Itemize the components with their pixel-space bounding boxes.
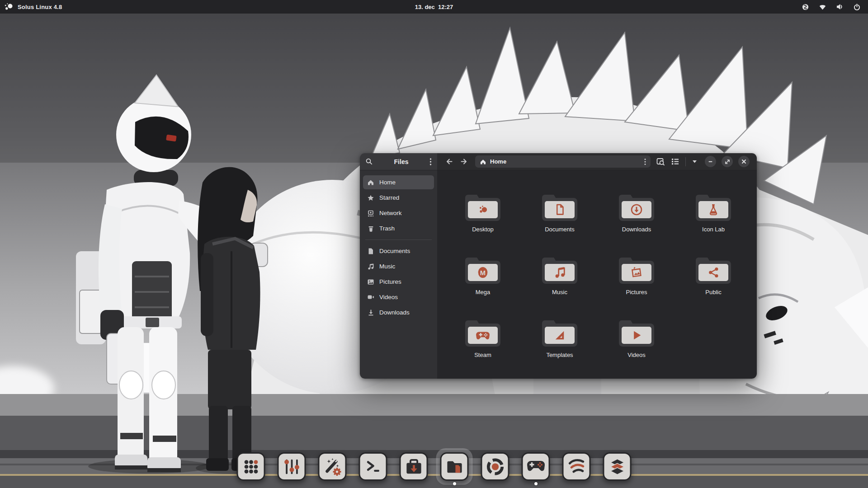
sidebar-item-trash[interactable]: Trash <box>363 221 434 235</box>
running-indicator-dot <box>453 482 456 485</box>
folder-mega[interactable]: M Mega <box>444 245 521 308</box>
volume-tray-icon[interactable] <box>835 3 844 11</box>
folder-pictures[interactable]: Pictures <box>598 245 675 308</box>
view-options-chevron-icon[interactable] <box>692 160 698 164</box>
set-square-icon <box>553 329 566 342</box>
sidebar-item-label: Trash <box>379 225 395 232</box>
places-sidebar: Home Starred Network Trash Documents <box>360 170 437 379</box>
folder-documents[interactable]: Documents <box>521 182 598 245</box>
wifi-tray-icon[interactable] <box>818 3 826 11</box>
dock-app-grid-launcher[interactable] <box>237 452 265 481</box>
dock-terminal[interactable] <box>359 452 387 481</box>
clock-applet[interactable]: 13. dec 12:27 <box>415 4 453 10</box>
folder-name: Public <box>705 289 721 295</box>
files-window: Files Home <box>360 153 757 379</box>
trash-icon <box>367 225 374 232</box>
search-icon[interactable] <box>365 158 373 165</box>
home-icon <box>480 159 486 165</box>
path-bar[interactable]: Home <box>475 155 651 168</box>
back-button[interactable] <box>443 156 455 168</box>
folder-icon-lab[interactable]: Icon Lab <box>675 182 752 245</box>
headerbar-separator <box>685 157 686 166</box>
circled-down-arrow-icon <box>630 203 643 216</box>
restore-button[interactable] <box>722 156 733 167</box>
layers-stack-icon <box>608 458 626 476</box>
sidebar-menu-kebab-icon[interactable] <box>429 158 432 166</box>
dock-web-browser[interactable] <box>481 452 509 481</box>
system-tray <box>801 3 868 11</box>
home-icon <box>367 179 374 186</box>
folder-steam[interactable]: Steam <box>444 308 521 371</box>
folder-name: Documents <box>545 226 575 232</box>
share-nodes-icon <box>707 266 720 279</box>
sidebar-item-label: Documents <box>379 248 410 254</box>
forward-button[interactable] <box>458 156 470 168</box>
headerbar-actions <box>656 157 698 166</box>
folder-grid: Desktop Documents Downloads Icon Lab <box>437 170 757 379</box>
sidebar-item-label: Home <box>379 179 396 186</box>
browser-icon <box>486 458 504 476</box>
folder-name: Pictures <box>626 289 647 295</box>
image-icon <box>367 279 374 285</box>
sidebar-item-starred[interactable]: Starred <box>363 191 434 205</box>
sidebar-item-downloads[interactable]: Downloads <box>363 305 434 319</box>
sidebar-item-label: Pictures <box>379 278 401 285</box>
sidebar-item-label: Videos <box>379 294 398 300</box>
folder-name: Templates <box>546 352 573 358</box>
app-grid-icon <box>242 458 259 475</box>
music-note-icon <box>367 263 374 270</box>
folder-desktop[interactable]: Desktop <box>444 182 521 245</box>
swirl-tray-icon[interactable] <box>801 3 809 11</box>
current-location-label: Home <box>490 158 506 165</box>
tilted-photo-icon <box>629 266 644 279</box>
flask-icon <box>707 203 720 216</box>
sidebar-separator <box>365 239 432 240</box>
search-folder-icon[interactable] <box>656 157 665 166</box>
dock-mixer-sliders[interactable] <box>278 452 306 481</box>
dock-layers-stack[interactable] <box>603 452 632 481</box>
minimize-button[interactable] <box>705 156 716 167</box>
dock-audio-streams[interactable] <box>562 452 591 481</box>
folder-videos[interactable]: Videos <box>598 308 675 371</box>
document-icon <box>367 248 374 255</box>
power-tray-icon[interactable] <box>853 3 861 11</box>
dock-file-manager[interactable] <box>440 452 469 481</box>
folder-public[interactable]: Public <box>675 245 752 308</box>
window-headerbar: Home <box>437 153 757 170</box>
location-menu-kebab-icon[interactable] <box>644 158 646 165</box>
terminal-icon <box>364 459 382 475</box>
mixer-sliders-icon <box>283 458 300 475</box>
sound-waves-icon <box>567 458 585 475</box>
sidebar-item-network[interactable]: Network <box>363 206 434 220</box>
dock-software-installer[interactable] <box>400 452 428 481</box>
folder-name: Mega <box>476 289 491 295</box>
top-panel: Solus Linux 4.8 13. dec 12:27 <box>0 0 868 14</box>
dock <box>237 452 632 481</box>
music-notes-icon <box>552 266 567 279</box>
desktop: Solus Linux 4.8 13. dec 12:27 Files <box>0 0 868 488</box>
folder-name: Steam <box>474 352 491 358</box>
document-page-icon <box>553 203 566 216</box>
star-icon <box>367 194 374 201</box>
folder-downloads[interactable]: Downloads <box>598 182 675 245</box>
sidebar-item-music[interactable]: Music <box>363 259 434 273</box>
sidebar-item-documents[interactable]: Documents <box>363 244 434 258</box>
sidebar-item-pictures[interactable]: Pictures <box>363 275 434 289</box>
folder-name: Icon Lab <box>702 226 725 232</box>
sidebar-header: Files <box>360 153 437 170</box>
folder-name: Downloads <box>622 226 651 232</box>
sidebar-item-home[interactable]: Home <box>363 175 434 189</box>
download-icon <box>367 309 374 316</box>
window-app-title: Files <box>373 158 429 165</box>
dock-games[interactable] <box>522 452 550 481</box>
sidebar-item-label: Starred <box>379 194 399 201</box>
list-view-icon[interactable] <box>671 158 679 165</box>
folder-music[interactable]: Music <box>521 245 598 308</box>
folder-templates[interactable]: Templates <box>521 308 598 371</box>
sidebar-item-videos[interactable]: Videos <box>363 290 434 304</box>
close-button[interactable] <box>738 156 750 167</box>
svg-text:M: M <box>480 269 486 277</box>
dock-setup-wand[interactable] <box>318 452 347 481</box>
play-triangle-icon <box>630 329 643 342</box>
sidebar-item-label: Downloads <box>379 309 410 316</box>
